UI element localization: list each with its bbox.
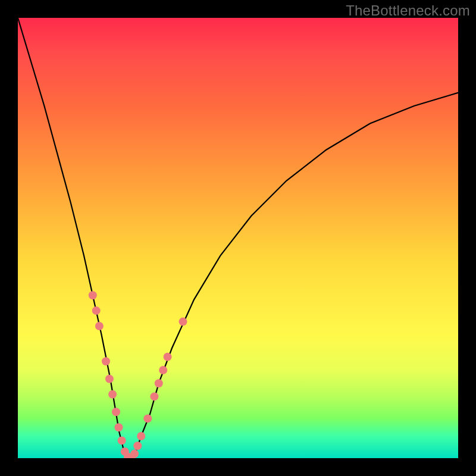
curve-marker — [150, 392, 158, 400]
curve-marker — [159, 366, 167, 374]
curve-marker — [155, 379, 163, 387]
curve-marker — [164, 353, 172, 361]
curve-marker — [92, 306, 101, 315]
curve-layer — [18, 18, 458, 458]
curve-marker — [143, 414, 152, 422]
watermark-text: TheBottleneck.com — [346, 2, 470, 19]
curve-marker — [105, 375, 114, 383]
curve-marker — [89, 291, 97, 299]
curve-marker — [130, 450, 139, 458]
marker-group — [89, 291, 187, 458]
curve-marker — [102, 357, 110, 365]
chart-frame: TheBottleneck.com — [0, 0, 476, 476]
curve-marker — [108, 390, 117, 399]
curve-marker — [115, 423, 123, 431]
curve-marker — [118, 436, 126, 444]
curve-marker — [179, 318, 187, 326]
curve-marker — [95, 322, 104, 330]
curve-marker — [137, 432, 145, 440]
bottleneck-curve — [18, 18, 458, 458]
plot-area — [18, 18, 458, 458]
curve-marker — [112, 408, 120, 416]
curve-marker — [133, 441, 142, 450]
